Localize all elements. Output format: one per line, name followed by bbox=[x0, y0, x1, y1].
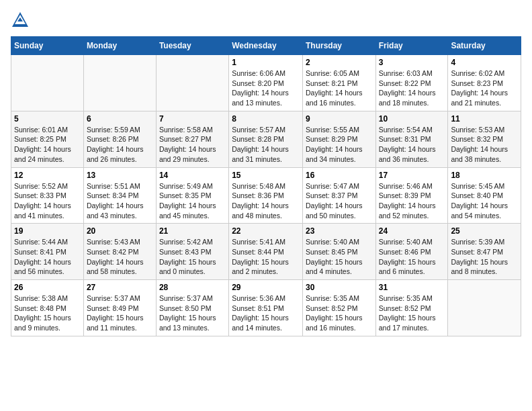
day-number: 1 bbox=[232, 58, 300, 67]
logo-icon bbox=[11, 11, 30, 30]
logo bbox=[11, 11, 32, 30]
day-number: 31 bbox=[379, 283, 445, 292]
calendar-cell: 3Sunrise: 6:03 AM Sunset: 8:22 PM Daylig… bbox=[375, 55, 448, 111]
day-info: Sunrise: 5:35 AM Sunset: 8:52 PM Dayligh… bbox=[379, 293, 445, 333]
calendar-cell: 4Sunrise: 6:02 AM Sunset: 8:23 PM Daylig… bbox=[448, 55, 521, 111]
weekday-header-saturday: Saturday bbox=[448, 37, 521, 55]
day-info: Sunrise: 5:45 AM Sunset: 8:40 PM Dayligh… bbox=[451, 181, 518, 221]
calendar-cell: 25Sunrise: 5:39 AM Sunset: 8:47 PM Dayli… bbox=[448, 224, 521, 280]
calendar-cell: 19Sunrise: 5:44 AM Sunset: 8:41 PM Dayli… bbox=[11, 224, 84, 280]
calendar-cell: 16Sunrise: 5:47 AM Sunset: 8:37 PM Dayli… bbox=[302, 167, 375, 224]
calendar-cell: 29Sunrise: 5:36 AM Sunset: 8:51 PM Dayli… bbox=[229, 280, 303, 336]
calendar-cell: 31Sunrise: 5:35 AM Sunset: 8:52 PM Dayli… bbox=[375, 280, 448, 336]
calendar-cell: 8Sunrise: 5:57 AM Sunset: 8:28 PM Daylig… bbox=[229, 111, 303, 167]
day-info: Sunrise: 5:40 AM Sunset: 8:45 PM Dayligh… bbox=[306, 237, 373, 277]
day-number: 9 bbox=[306, 114, 373, 124]
calendar-cell: 27Sunrise: 5:37 AM Sunset: 8:49 PM Dayli… bbox=[83, 280, 156, 336]
day-number: 20 bbox=[87, 226, 153, 236]
day-number: 6 bbox=[87, 114, 153, 124]
calendar-cell: 24Sunrise: 5:40 AM Sunset: 8:46 PM Dayli… bbox=[375, 224, 448, 280]
calendar-cell: 2Sunrise: 6:05 AM Sunset: 8:21 PM Daylig… bbox=[302, 55, 375, 111]
day-info: Sunrise: 5:53 AM Sunset: 8:32 PM Dayligh… bbox=[451, 125, 518, 165]
day-number: 17 bbox=[379, 171, 445, 180]
day-number: 12 bbox=[14, 171, 81, 180]
calendar-cell bbox=[156, 55, 228, 111]
calendar-cell: 13Sunrise: 5:51 AM Sunset: 8:34 PM Dayli… bbox=[83, 167, 156, 224]
day-number: 3 bbox=[379, 58, 445, 67]
day-info: Sunrise: 5:44 AM Sunset: 8:41 PM Dayligh… bbox=[14, 237, 81, 277]
day-info: Sunrise: 5:47 AM Sunset: 8:37 PM Dayligh… bbox=[306, 181, 373, 221]
day-number: 28 bbox=[159, 283, 226, 292]
calendar-week-row: 19Sunrise: 5:44 AM Sunset: 8:41 PM Dayli… bbox=[11, 224, 521, 280]
calendar-week-row: 1Sunrise: 6:06 AM Sunset: 8:20 PM Daylig… bbox=[11, 55, 521, 111]
day-number: 25 bbox=[451, 226, 518, 236]
day-number: 13 bbox=[87, 171, 153, 180]
day-info: Sunrise: 5:52 AM Sunset: 8:33 PM Dayligh… bbox=[14, 181, 81, 221]
calendar-cell: 18Sunrise: 5:45 AM Sunset: 8:40 PM Dayli… bbox=[448, 167, 521, 224]
day-info: Sunrise: 5:39 AM Sunset: 8:47 PM Dayligh… bbox=[451, 237, 518, 277]
calendar-cell: 23Sunrise: 5:40 AM Sunset: 8:45 PM Dayli… bbox=[302, 224, 375, 280]
day-info: Sunrise: 5:59 AM Sunset: 8:26 PM Dayligh… bbox=[87, 125, 153, 165]
calendar-cell: 20Sunrise: 5:43 AM Sunset: 8:42 PM Dayli… bbox=[83, 224, 156, 280]
day-info: Sunrise: 5:35 AM Sunset: 8:52 PM Dayligh… bbox=[306, 293, 373, 333]
day-number: 4 bbox=[451, 58, 518, 67]
calendar-cell: 7Sunrise: 5:58 AM Sunset: 8:27 PM Daylig… bbox=[156, 111, 228, 167]
day-info: Sunrise: 6:03 AM Sunset: 8:22 PM Dayligh… bbox=[379, 68, 445, 108]
day-info: Sunrise: 5:38 AM Sunset: 8:48 PM Dayligh… bbox=[14, 293, 81, 333]
day-number: 11 bbox=[451, 114, 518, 124]
calendar-cell: 10Sunrise: 5:54 AM Sunset: 8:31 PM Dayli… bbox=[375, 111, 448, 167]
page-header bbox=[11, 11, 521, 30]
calendar-cell: 12Sunrise: 5:52 AM Sunset: 8:33 PM Dayli… bbox=[11, 167, 84, 224]
day-number: 23 bbox=[306, 226, 373, 236]
day-number: 10 bbox=[379, 114, 445, 124]
weekday-header-tuesday: Tuesday bbox=[156, 37, 228, 55]
day-info: Sunrise: 6:02 AM Sunset: 8:23 PM Dayligh… bbox=[451, 68, 518, 108]
calendar-cell: 5Sunrise: 6:01 AM Sunset: 8:25 PM Daylig… bbox=[11, 111, 84, 167]
day-info: Sunrise: 5:49 AM Sunset: 8:35 PM Dayligh… bbox=[159, 181, 226, 221]
day-info: Sunrise: 5:55 AM Sunset: 8:29 PM Dayligh… bbox=[306, 125, 373, 165]
day-number: 18 bbox=[451, 171, 518, 180]
day-number: 16 bbox=[306, 171, 373, 180]
calendar-cell bbox=[83, 55, 156, 111]
day-number: 5 bbox=[14, 114, 81, 124]
day-info: Sunrise: 5:36 AM Sunset: 8:51 PM Dayligh… bbox=[232, 293, 300, 333]
calendar-week-row: 26Sunrise: 5:38 AM Sunset: 8:48 PM Dayli… bbox=[11, 280, 521, 336]
day-info: Sunrise: 5:48 AM Sunset: 8:36 PM Dayligh… bbox=[232, 181, 300, 221]
calendar-cell: 26Sunrise: 5:38 AM Sunset: 8:48 PM Dayli… bbox=[11, 280, 84, 336]
weekday-header-thursday: Thursday bbox=[302, 37, 375, 55]
day-number: 26 bbox=[14, 283, 81, 292]
calendar-week-row: 5Sunrise: 6:01 AM Sunset: 8:25 PM Daylig… bbox=[11, 111, 521, 167]
calendar-cell: 14Sunrise: 5:49 AM Sunset: 8:35 PM Dayli… bbox=[156, 167, 228, 224]
day-number: 7 bbox=[159, 114, 226, 124]
calendar-cell: 1Sunrise: 6:06 AM Sunset: 8:20 PM Daylig… bbox=[229, 55, 303, 111]
day-info: Sunrise: 5:37 AM Sunset: 8:49 PM Dayligh… bbox=[87, 293, 153, 333]
day-number: 22 bbox=[232, 226, 300, 236]
day-info: Sunrise: 5:41 AM Sunset: 8:44 PM Dayligh… bbox=[232, 237, 300, 277]
calendar-cell: 30Sunrise: 5:35 AM Sunset: 8:52 PM Dayli… bbox=[302, 280, 375, 336]
day-number: 15 bbox=[232, 171, 300, 180]
day-number: 27 bbox=[87, 283, 153, 292]
calendar-cell: 6Sunrise: 5:59 AM Sunset: 8:26 PM Daylig… bbox=[83, 111, 156, 167]
day-info: Sunrise: 5:40 AM Sunset: 8:46 PM Dayligh… bbox=[379, 237, 445, 277]
calendar-cell: 28Sunrise: 5:37 AM Sunset: 8:50 PM Dayli… bbox=[156, 280, 228, 336]
calendar-cell: 17Sunrise: 5:46 AM Sunset: 8:39 PM Dayli… bbox=[375, 167, 448, 224]
day-info: Sunrise: 6:05 AM Sunset: 8:21 PM Dayligh… bbox=[306, 68, 373, 108]
calendar-cell: 15Sunrise: 5:48 AM Sunset: 8:36 PM Dayli… bbox=[229, 167, 303, 224]
day-number: 30 bbox=[306, 283, 373, 292]
day-number: 21 bbox=[159, 226, 226, 236]
day-number: 14 bbox=[159, 171, 226, 180]
calendar-table: SundayMondayTuesdayWednesdayThursdayFrid… bbox=[11, 36, 521, 336]
calendar-body: 1Sunrise: 6:06 AM Sunset: 8:20 PM Daylig… bbox=[11, 55, 521, 336]
day-info: Sunrise: 5:46 AM Sunset: 8:39 PM Dayligh… bbox=[379, 181, 445, 221]
weekday-header-row: SundayMondayTuesdayWednesdayThursdayFrid… bbox=[11, 37, 521, 55]
day-info: Sunrise: 5:57 AM Sunset: 8:28 PM Dayligh… bbox=[232, 125, 300, 165]
day-info: Sunrise: 6:01 AM Sunset: 8:25 PM Dayligh… bbox=[14, 125, 81, 165]
day-number: 29 bbox=[232, 283, 300, 292]
calendar-cell bbox=[11, 55, 84, 111]
calendar-header: SundayMondayTuesdayWednesdayThursdayFrid… bbox=[11, 37, 521, 55]
calendar-cell: 21Sunrise: 5:42 AM Sunset: 8:43 PM Dayli… bbox=[156, 224, 228, 280]
day-info: Sunrise: 5:43 AM Sunset: 8:42 PM Dayligh… bbox=[87, 237, 153, 277]
day-info: Sunrise: 5:54 AM Sunset: 8:31 PM Dayligh… bbox=[379, 125, 445, 165]
weekday-header-monday: Monday bbox=[83, 37, 156, 55]
day-number: 8 bbox=[232, 114, 300, 124]
